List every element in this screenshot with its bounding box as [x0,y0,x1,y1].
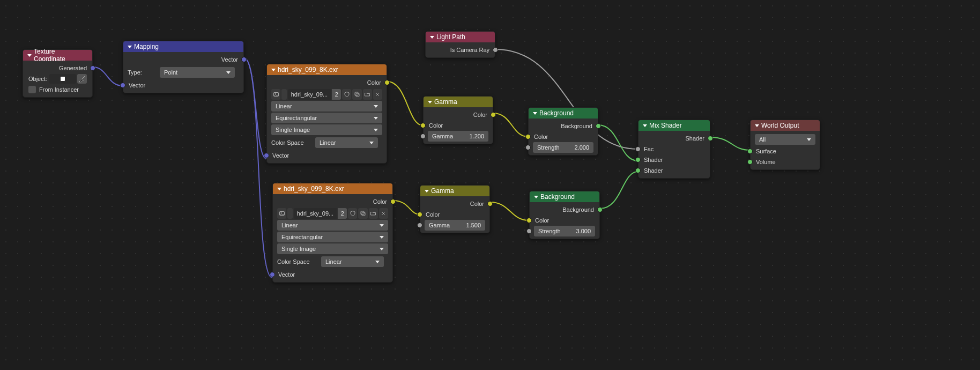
target-dropdown[interactable]: All [755,134,815,145]
node-header[interactable]: World Output [751,120,820,131]
unlink-button[interactable] [373,89,382,100]
collapse-icon[interactable] [643,124,647,127]
colorspace-dropdown[interactable]: Linear [321,256,384,267]
open-image-button[interactable] [363,89,372,100]
socket-color-out[interactable]: Color [273,196,392,207]
node-background-a[interactable]: Background Background Color Strength2.00… [528,107,598,156]
socket-color-in[interactable]: Color [530,215,599,226]
socket-background-out[interactable]: Background [530,204,599,215]
node-header[interactable]: Light Path [426,32,495,42]
node-mapping[interactable]: Mapping Vector Type: Point Vector [123,41,244,93]
source-dropdown[interactable]: Single Image [277,243,388,254]
node-mix-shader[interactable]: Mix Shader Shader Fac Shader Shader [638,120,710,179]
socket-color-in[interactable]: Color [424,120,493,131]
socket-color-out[interactable]: Color [424,109,493,120]
socket-vector-in[interactable]: Vector [267,150,387,161]
new-image-button[interactable] [358,208,367,219]
collapse-icon[interactable] [271,69,276,71]
folder-icon [370,210,376,217]
socket-vector-in[interactable]: Vector [123,80,243,91]
collapse-icon[interactable] [430,36,434,39]
eyedropper-button[interactable] [77,74,87,84]
node-light-path[interactable]: Light Path Is Camera Ray [425,31,495,58]
socket-shader1-in[interactable]: Shader [639,154,710,165]
from-instancer-checkbox[interactable]: From Instancer [23,84,92,95]
collapse-icon[interactable] [534,196,538,198]
open-image-button[interactable] [369,208,378,219]
collapse-icon[interactable] [533,112,537,115]
checkbox-icon[interactable] [28,86,36,93]
socket-vector-out[interactable]: Vector [123,54,243,65]
collapse-icon[interactable] [425,190,429,193]
socket-background-out[interactable]: Background [529,121,598,131]
node-gamma-b[interactable]: Gamma Color Color Gamma1.500 [420,185,490,233]
gamma-value-field[interactable]: Gamma1.200 [428,131,488,142]
gamma-value-field[interactable]: Gamma1.500 [425,220,485,231]
node-header[interactable]: hdri_sky_099_8K.exr [267,64,387,75]
interpolation-dropdown[interactable]: Linear [271,101,382,112]
node-world-output[interactable]: World Output All Surface Volume [750,120,820,170]
fake-user-button[interactable] [348,208,357,219]
collapse-icon[interactable] [277,188,281,190]
socket-volume-in[interactable]: Volume [751,157,820,167]
socket-shader2-in[interactable]: Shader [639,165,710,176]
socket-shader-out[interactable]: Shader [639,133,710,144]
chevron-down-icon [380,224,384,227]
close-icon [380,210,387,217]
browse-image-button[interactable] [277,208,286,219]
close-icon [374,91,381,98]
collapse-icon[interactable] [27,54,32,57]
node-environment-texture-b[interactable]: hdri_sky_099_8K.exr Color hdri_sky_09...… [272,183,393,283]
image-icon [273,91,279,98]
collapse-icon[interactable] [755,124,759,127]
image-users[interactable]: 2 [332,89,341,100]
interpolation-dropdown[interactable]: Linear [277,220,388,231]
browse-image-button[interactable] [271,89,280,100]
unlink-button[interactable] [379,208,388,219]
node-gamma-a[interactable]: Gamma Color Color Gamma1.200 [423,96,493,144]
shield-icon [350,210,356,217]
node-header[interactable]: Mapping [123,41,243,52]
object-label: Object: [28,76,47,82]
socket-color-in[interactable]: Color [420,209,489,220]
type-dropdown[interactable]: Point [160,67,235,78]
node-header[interactable]: Background [529,108,598,119]
object-selector[interactable] [49,74,76,84]
node-texture-coordinate[interactable]: Texture Coordinate Generated Object: Fro… [23,49,93,98]
socket-is-camera-ray[interactable]: Is Camera Ray [426,45,495,55]
colorspace-dropdown[interactable]: Linear [315,137,378,148]
image-menu-caret[interactable] [287,208,293,219]
socket-surface-in[interactable]: Surface [751,146,820,157]
node-header[interactable]: Background [530,191,599,202]
socket-color-out[interactable]: Color [267,77,387,88]
image-users[interactable]: 2 [338,208,347,219]
node-header[interactable]: Gamma [420,186,489,196]
strength-field[interactable]: Strength3.000 [534,226,595,236]
node-environment-texture-a[interactable]: hdri_sky_099_8K.exr Color hdri_sky_09...… [266,64,387,164]
node-title: Mapping [134,43,159,50]
source-dropdown[interactable]: Single Image [271,124,382,135]
node-header[interactable]: Texture Coordinate [23,50,92,61]
node-title: hdri_sky_099_8K.exr [278,66,338,73]
collapse-icon[interactable] [128,46,132,48]
socket-fac-in[interactable]: Fac [639,144,710,154]
strength-field[interactable]: Strength2.000 [533,142,593,153]
projection-dropdown[interactable]: Equirectangular [277,232,388,242]
socket-color-in[interactable]: Color [529,131,598,142]
image-name-field[interactable]: hdri_sky_09... [294,208,337,219]
collapse-icon[interactable] [428,101,432,103]
node-title: Background [540,193,575,201]
socket-color-out[interactable]: Color [420,198,489,209]
node-header[interactable]: Gamma [424,97,493,107]
type-label: Type: [128,66,153,79]
image-menu-caret[interactable] [281,89,287,100]
node-header[interactable]: hdri_sky_099_8K.exr [273,183,392,194]
socket-generated[interactable]: Generated [23,63,92,73]
fake-user-button[interactable] [342,89,351,100]
node-background-b[interactable]: Background Background Color Strength3.00… [529,191,600,239]
image-name-field[interactable]: hdri_sky_09... [288,89,331,100]
projection-dropdown[interactable]: Equirectangular [271,113,382,123]
node-header[interactable]: Mix Shader [639,120,710,131]
socket-vector-in[interactable]: Vector [273,269,392,280]
new-image-button[interactable] [352,89,361,100]
